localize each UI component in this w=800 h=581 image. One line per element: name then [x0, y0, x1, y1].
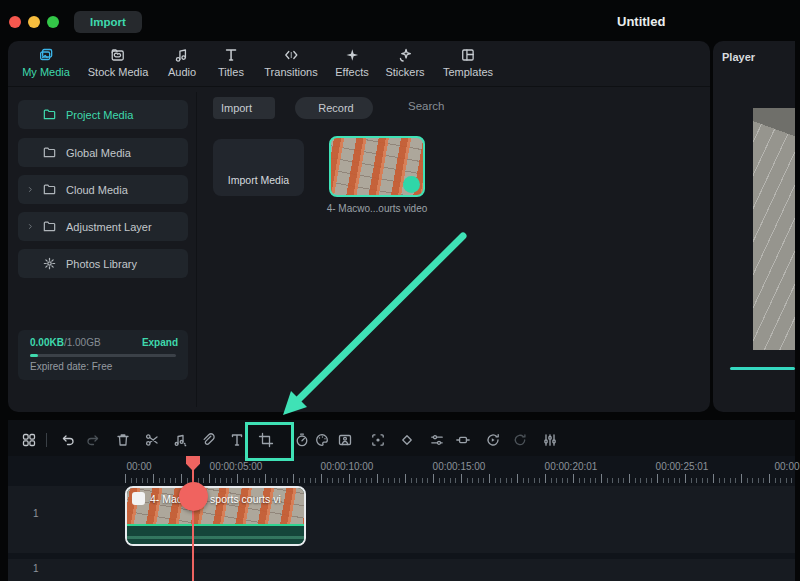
video-track-number: 1: [33, 508, 39, 519]
storage-used: 0.00KB/1.00GB: [30, 337, 101, 348]
folder-icon: [42, 107, 57, 122]
photos-icon: [42, 256, 57, 271]
link-clips-icon[interactable]: [46, 464, 61, 479]
sidebar-item-photos-library[interactable]: Photos Library: [18, 249, 188, 278]
stickers-icon: [397, 47, 413, 63]
chevron-right-icon[interactable]: [26, 222, 35, 231]
keyframe-tool-icon[interactable]: [399, 432, 415, 448]
overlay-tracks-icon[interactable]: [20, 464, 35, 479]
tab-label: My Media: [22, 66, 70, 78]
search-input[interactable]: [406, 99, 500, 113]
scissors-tool-icon[interactable]: [144, 432, 160, 448]
player-progress-bar[interactable]: [730, 367, 795, 370]
delete-folder-icon[interactable]: [58, 389, 75, 406]
chevron-down-icon: [360, 104, 369, 113]
tab-audio[interactable]: Audio: [168, 47, 196, 78]
tab-label: Effects: [335, 66, 368, 78]
storage-progress-fill: [30, 354, 38, 357]
import-media-card[interactable]: Import Media: [213, 139, 304, 196]
storage-total: /1.00GB: [64, 337, 101, 348]
tab-label: Templates: [443, 66, 493, 78]
split-scissors-button[interactable]: [179, 482, 208, 511]
clip-play-icon: [132, 492, 145, 505]
sidebar-item-cloud-media[interactable]: Cloud Media: [18, 175, 188, 204]
tab-effects[interactable]: Effects: [335, 47, 368, 78]
adjust-tool-icon[interactable]: [429, 432, 445, 448]
timeline-clip[interactable]: 4- Macwood sports courts vi: [125, 486, 306, 546]
ruler-timestamp: 00:00:05:00: [210, 461, 263, 472]
import-dropdown-button[interactable]: Import: [213, 97, 275, 119]
import-button[interactable]: Import: [74, 11, 142, 33]
stock-media-icon: [110, 47, 126, 63]
audio-track-lane[interactable]: [8, 559, 795, 581]
storage-expand-link[interactable]: Expand: [142, 337, 178, 348]
ruler-timestamp: 00:00:10:00: [321, 461, 374, 472]
filter-icon[interactable]: [641, 99, 656, 114]
panel-grid-tool-icon[interactable]: [21, 432, 37, 448]
audio-mixer-tool-icon[interactable]: [542, 432, 558, 448]
detach-audio-tool-icon[interactable]: [172, 432, 188, 448]
playhead-line[interactable]: [192, 457, 194, 581]
refresh-icon[interactable]: [110, 361, 122, 373]
hide-track-icon[interactable]: [99, 505, 114, 520]
player-panel-title: Player: [722, 51, 755, 63]
attach-tool-icon[interactable]: [200, 432, 216, 448]
folder-icon: [42, 219, 57, 234]
video-track-icon: [15, 505, 30, 520]
trash-tool-icon[interactable]: [115, 432, 131, 448]
folder-icon: [42, 182, 57, 197]
tab-titles[interactable]: Titles: [218, 47, 244, 78]
templates-icon: [460, 47, 476, 63]
project-status-icon: [672, 15, 685, 28]
tabbar-divider: [8, 86, 710, 87]
render-preview-tool-icon[interactable]: [485, 432, 501, 448]
tab-transitions[interactable]: Transitions: [264, 47, 317, 78]
mute-icon[interactable]: [74, 505, 89, 520]
lock-icon[interactable]: [49, 560, 64, 575]
close-window-button[interactable]: [9, 16, 21, 28]
tab-label: Titles: [218, 66, 244, 78]
tab-stickers[interactable]: Stickers: [385, 47, 424, 78]
tab-label: Transitions: [264, 66, 317, 78]
record-dropdown-button[interactable]: Record: [295, 97, 373, 119]
chevron-down-icon: [258, 104, 267, 113]
clip-audio-waveform: [127, 524, 304, 546]
import-media-label: Import Media: [228, 174, 289, 186]
sidebar-item-adjustment-layer[interactable]: Adjustment Layer: [18, 212, 188, 241]
play-icon[interactable]: [750, 383, 765, 398]
undo-tool-icon[interactable]: [60, 432, 76, 448]
redo-tool-icon: [85, 432, 101, 448]
mask-tool-icon[interactable]: [337, 432, 353, 448]
sidebar-item-global-media[interactable]: Global Media: [18, 138, 188, 167]
lock-icon[interactable]: [49, 505, 64, 520]
my-media-icon: [38, 47, 54, 63]
titles-icon: [223, 47, 239, 63]
tab-templates[interactable]: Templates: [443, 47, 493, 78]
sidebar-item-project-media[interactable]: Project Media: [18, 100, 188, 129]
more-options-icon[interactable]: [666, 100, 680, 114]
search-field[interactable]: [386, 99, 500, 113]
next-frame-icon[interactable]: [779, 383, 794, 398]
storage-expired-label: Expired date: Free: [30, 361, 112, 372]
new-folder-icon[interactable]: [26, 389, 43, 406]
motion-track-tool-icon[interactable]: [370, 432, 386, 448]
minimize-window-button[interactable]: [28, 16, 40, 28]
filmora-window: Import Untitled My MediaStock MediaAudio…: [0, 0, 800, 581]
collapse-sidebar-icon[interactable]: [171, 392, 184, 405]
color-palette-tool-icon[interactable]: [314, 432, 330, 448]
chevron-right-icon[interactable]: [26, 185, 35, 194]
storage-progress-bar: [30, 354, 176, 357]
transform-tool-icon[interactable]: [455, 432, 471, 448]
audio-track-number: 1: [33, 563, 39, 574]
mute-icon[interactable]: [74, 560, 89, 575]
add-text-tool-icon[interactable]: [229, 432, 245, 448]
audio-icon: [174, 47, 190, 63]
previous-frame-icon[interactable]: [722, 383, 737, 398]
tab-my-media[interactable]: My Media: [22, 47, 70, 78]
zoom-window-button[interactable]: [47, 16, 59, 28]
tab-stock-media[interactable]: Stock Media: [88, 47, 149, 78]
ruler-ticks: [125, 474, 795, 483]
search-icon: [386, 100, 399, 113]
player-preview: [753, 108, 795, 350]
speed-tool-icon[interactable]: [294, 432, 310, 448]
